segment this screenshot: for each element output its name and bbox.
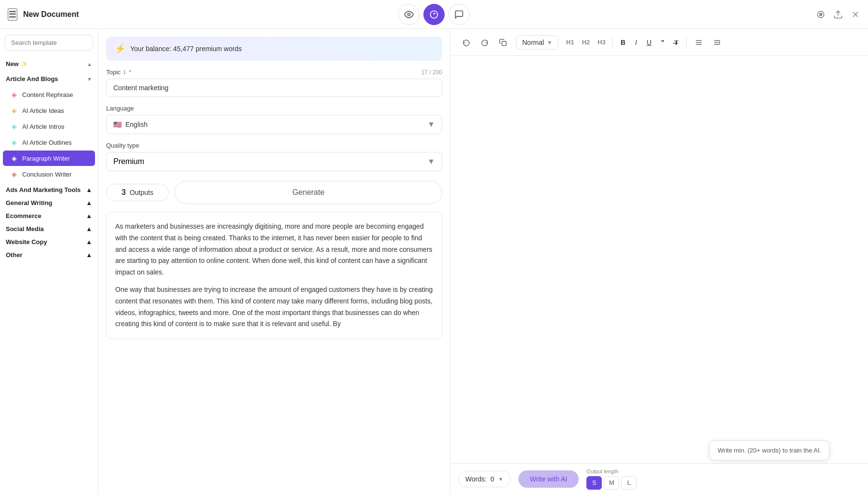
bold-button[interactable]: B <box>617 37 629 48</box>
chat-button[interactable] <box>448 4 470 25</box>
rocket-button[interactable] <box>423 4 445 25</box>
record-button[interactable] <box>816 10 826 19</box>
redo-button[interactable] <box>476 34 493 51</box>
language-select[interactable]: 🇺🇸 English ▼ <box>106 115 442 134</box>
header-left: ☰ New Document <box>8 8 79 21</box>
topic-form-group: Topic ℹ * 17 / 200 <box>106 69 442 97</box>
toolbar-divider-2 <box>686 37 687 48</box>
language-value: English <box>125 121 148 128</box>
h2-button[interactable]: H2 <box>579 37 593 48</box>
new-section-chevron: ▲ <box>87 61 92 67</box>
general-writing-header[interactable]: General Writing ▲ <box>0 195 98 208</box>
ads-section-header[interactable]: Ads And Marketing Tools ▲ <box>0 182 98 195</box>
text-style-value: Normal <box>522 39 544 46</box>
words-chevron-icon: ▼ <box>498 476 503 482</box>
svg-point-0 <box>408 13 410 15</box>
sidebar-item-ai-article-intros[interactable]: ◈ AI Article Intros <box>3 119 95 134</box>
copy-button[interactable] <box>495 34 511 51</box>
eye-icon <box>404 10 414 19</box>
rocket-icon <box>429 10 439 19</box>
sidebar-item-ai-article-ideas[interactable]: ◈ AI Article Ideas <box>3 103 95 118</box>
outputs-label: Outputs <box>130 189 153 196</box>
search-template-input[interactable] <box>5 35 93 51</box>
preview-button[interactable] <box>398 4 420 25</box>
clear-format-icon: T̶ <box>674 39 678 46</box>
main-layout: New ✨ ▲ Article And Blogs ▼ ◈ Content Re… <box>0 29 868 494</box>
website-copy-chevron: ▲ <box>86 238 92 246</box>
text-style-dropdown[interactable]: Normal ▼ <box>516 35 558 50</box>
sidebar-item-content-rephrase[interactable]: ◈ Content Rephrase <box>3 87 95 102</box>
generate-button[interactable]: Generate <box>175 181 442 204</box>
website-copy-header[interactable]: Website Copy ▲ <box>0 234 98 247</box>
h1-button[interactable]: H1 <box>563 37 577 48</box>
conclusion-writer-icon: ◈ <box>10 170 18 178</box>
output-length-section: Output length S M L <box>586 468 637 490</box>
language-chevron-icon: ▼ <box>427 120 435 129</box>
topic-required: * <box>129 69 131 76</box>
ai-intros-icon: ◈ <box>10 122 18 131</box>
clear-format-button[interactable]: T̶ <box>670 37 682 48</box>
record-icon <box>816 10 826 19</box>
social-media-header[interactable]: Social Media ▲ <box>0 221 98 234</box>
ecommerce-header[interactable]: Ecommerce ▲ <box>0 208 98 221</box>
close-icon <box>851 10 860 19</box>
middle-panel: ⚡ Your balance: 45,477 premium words Top… <box>98 29 450 494</box>
content-rephrase-icon: ◈ <box>10 90 18 99</box>
quality-label: Quality type <box>106 142 442 149</box>
other-chevron: ▲ <box>86 251 92 259</box>
close-button[interactable] <box>851 10 860 19</box>
editor-area[interactable] <box>450 56 868 463</box>
write-ai-button[interactable]: Write with AI <box>518 470 579 488</box>
editor-panel: Normal ▼ H1 H2 H3 B I U " <box>450 29 868 494</box>
quote-button[interactable]: " <box>657 37 668 48</box>
toolbar-divider-1 <box>612 37 613 48</box>
outputs-control[interactable]: 3 Outputs <box>106 184 169 201</box>
sidebar-section-new-header[interactable]: New ✨ ▲ <box>0 56 98 71</box>
length-l-button[interactable]: L <box>621 476 637 490</box>
topic-input[interactable] <box>106 79 442 97</box>
sidebar-section-website-copy: Website Copy ▲ <box>0 234 98 247</box>
balance-banner: ⚡ Your balance: 45,477 premium words <box>106 37 442 61</box>
editor-toolbar: Normal ▼ H1 H2 H3 B I U " <box>450 29 868 56</box>
sidebar-section-article-header[interactable]: Article And Blogs ▼ <box>0 71 98 86</box>
ads-chevron: ▲ <box>86 186 92 193</box>
balance-text: Your balance: 45,477 premium words <box>130 45 242 53</box>
outputs-number: 3 <box>122 188 126 197</box>
sidebar-item-conclusion-writer[interactable]: ◈ Conclusion Writer <box>3 166 95 182</box>
other-header[interactable]: Other ▲ <box>0 247 98 261</box>
new-section-title: New ✨ <box>6 60 27 68</box>
ai-outlines-icon: ◈ <box>10 138 18 147</box>
language-flag: 🇺🇸 <box>113 121 122 128</box>
indent-icon <box>713 39 721 46</box>
indent-button[interactable] <box>709 34 725 51</box>
ai-tooltip: Write min. (20+ words) to train the AI. <box>709 440 829 460</box>
app-header: ☰ New Document <box>0 0 868 29</box>
sidebar-item-ai-article-outlines[interactable]: ◈ AI Article Outlines <box>3 135 95 150</box>
output-length-buttons: S M L <box>586 476 637 490</box>
undo-button[interactable] <box>458 34 475 51</box>
words-count-display[interactable]: Words: 0 ▼ <box>458 471 511 487</box>
italic-button[interactable]: I <box>631 37 641 48</box>
align-icon <box>695 39 703 46</box>
ai-ideas-icon: ◈ <box>10 106 18 115</box>
sidebar-item-paragraph-writer[interactable]: ◈ Paragraph Writer <box>3 151 95 166</box>
quality-chevron-icon: ▼ <box>427 157 435 166</box>
align-button[interactable] <box>691 34 707 51</box>
language-label: Language <box>106 105 442 112</box>
length-m-button[interactable]: M <box>604 476 619 490</box>
underline-button[interactable]: U <box>643 37 655 48</box>
redo-icon <box>481 39 488 46</box>
h3-button[interactable]: H3 <box>595 37 609 48</box>
sidebar-section-article-blogs: Article And Blogs ▼ ◈ Content Rephrase ◈… <box>0 71 98 182</box>
length-s-button[interactable]: S <box>586 476 602 490</box>
general-writing-chevron: ▲ <box>86 199 92 206</box>
svg-point-2 <box>820 13 822 15</box>
chat-icon <box>454 10 464 19</box>
document-title: New Document <box>23 10 79 19</box>
hamburger-menu-button[interactable]: ☰ <box>8 8 17 21</box>
quality-select[interactable]: Premium ▼ <box>106 152 442 171</box>
topic-char-count: 17 / 200 <box>421 69 442 76</box>
generated-text: As marketers and businesses are increasi… <box>115 221 433 278</box>
article-section-title: Article And Blogs <box>6 75 58 82</box>
upload-button[interactable] <box>833 10 843 19</box>
